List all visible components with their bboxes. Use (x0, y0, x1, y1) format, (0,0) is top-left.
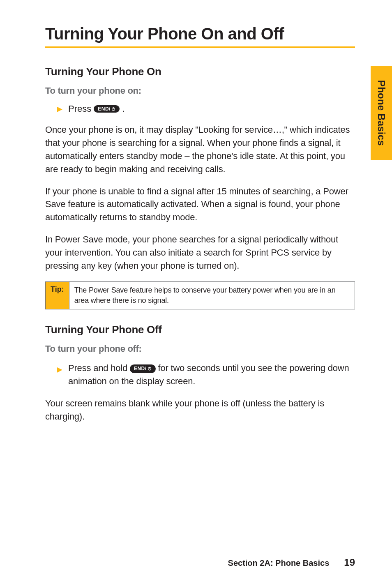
power-icon (111, 107, 115, 111)
bullet-triangle-icon: ▶ (57, 104, 62, 113)
page-footer: Section 2A: Phone Basics 19 (228, 557, 355, 568)
bullet-triangle-icon: ▶ (57, 364, 62, 388)
para-on-2: If your phone is unable to find a signal… (45, 185, 355, 224)
lead-turn-off: To turn your phone off: (45, 344, 355, 354)
end-key-label: END/ (98, 106, 111, 112)
para-on-3: In Power Save mode, your phone searches … (45, 233, 355, 272)
bullet-prefix: Press (68, 104, 91, 114)
tip-box: Tip: The Power Save feature helps to con… (45, 281, 355, 309)
para-on-1: Once your phone is on, it may display "L… (45, 123, 355, 176)
heading-turning-on: Turning Your Phone On (45, 65, 355, 78)
heading-turning-off: Turning Your Phone Off (45, 323, 355, 336)
bullet-suffix: . (122, 104, 125, 114)
bullet-off-pre: Press and hold (68, 363, 127, 373)
end-key-label: END/ (134, 365, 147, 372)
page-title: Turning Your Phone On and Off (45, 25, 355, 43)
page-content: Turning Your Phone On and Off Turning Yo… (0, 0, 392, 588)
footer-page-number: 19 (344, 557, 355, 568)
bullet-press-end-off: ▶ Press and hold END/ for two seconds un… (57, 362, 355, 388)
tip-body: The Power Save feature helps to conserve… (69, 282, 355, 309)
footer-section: Section 2A: Phone Basics (228, 558, 330, 568)
title-rule (45, 46, 355, 48)
end-key-icon: END/ (130, 364, 156, 373)
end-key-icon: END/ (94, 105, 120, 113)
tip-label: Tip: (46, 282, 69, 309)
para-off-1: Your screen remains blank while your pho… (45, 397, 355, 423)
bullet-press-end-on: ▶ Press END/ . (57, 104, 355, 114)
power-icon (148, 367, 152, 371)
lead-turn-on: To turn your phone on: (45, 85, 355, 96)
bullet-text: Press END/ . (68, 104, 125, 114)
bullet-text: Press and hold END/ for two seconds unti… (68, 362, 355, 388)
